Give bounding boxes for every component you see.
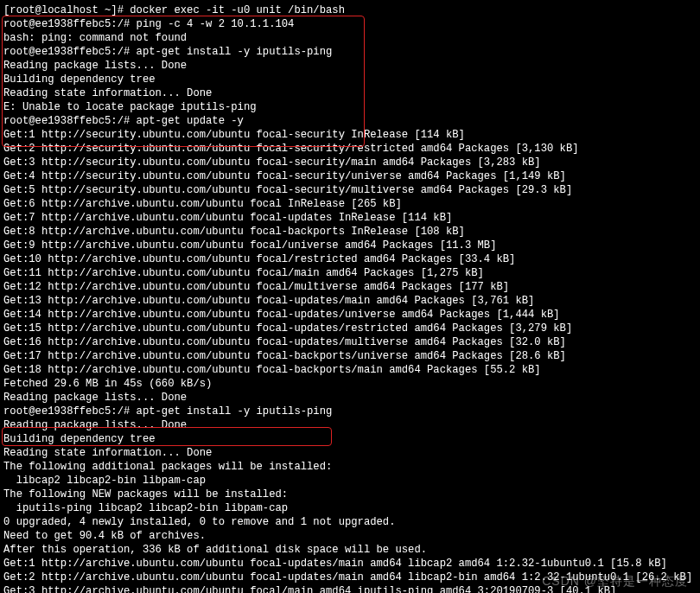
terminal-line: Get:6 http://archive.ubuntu.com/ubuntu f… xyxy=(3,197,697,211)
terminal-line: Need to get 90.4 kB of archives. xyxy=(3,529,697,543)
terminal-line: Reading state information... Done xyxy=(3,446,697,460)
terminal-line: Get:7 http://archive.ubuntu.com/ubuntu f… xyxy=(3,211,697,225)
terminal-line: Get:12 http://archive.ubuntu.com/ubuntu … xyxy=(3,280,697,294)
terminal-line: root@ee1938ffebc5:/# ping -c 4 -w 2 10.1… xyxy=(3,17,697,31)
terminal-line: Get:10 http://archive.ubuntu.com/ubuntu … xyxy=(3,252,697,266)
terminal-line: root@ee1938ffebc5:/# apt-get install -y … xyxy=(3,405,697,418)
terminal-line: Reading state information... Done xyxy=(3,86,697,100)
terminal-line: 0 upgraded, 4 newly installed, 0 to remo… xyxy=(3,515,697,529)
terminal-line: Fetched 29.6 MB in 45s (660 kB/s) xyxy=(3,377,697,391)
terminal-line: Get:13 http://archive.ubuntu.com/ubuntu … xyxy=(3,294,697,308)
terminal-line: Reading package lists... Done xyxy=(3,418,697,432)
terminal-line: Get:9 http://archive.ubuntu.com/ubuntu f… xyxy=(3,239,697,252)
terminal-output[interactable]: [root@localhost ~]# docker exec -it -u0 … xyxy=(3,3,697,593)
terminal-line: iputils-ping libcap2 libcap2-bin libpam-… xyxy=(3,501,697,515)
terminal-line: Get:3 http://security.ubuntu.com/ubuntu … xyxy=(3,156,697,169)
terminal-line: Get:16 http://archive.ubuntu.com/ubuntu … xyxy=(3,335,697,349)
terminal-line: root@ee1938ffebc5:/# apt-get update -y xyxy=(3,114,697,128)
terminal-line: Get:14 http://archive.ubuntu.com/ubuntu … xyxy=(3,308,697,322)
terminal-line: Get:15 http://archive.ubuntu.com/ubuntu … xyxy=(3,322,697,335)
terminal-line: Building dependency tree xyxy=(3,73,697,86)
terminal-line: After this operation, 336 kB of addition… xyxy=(3,543,697,557)
terminal-line: [root@localhost ~]# docker exec -it -u0 … xyxy=(3,3,697,17)
watermark: CSDN @坚持是一种态度 xyxy=(542,574,688,588)
terminal-line: Get:17 http://archive.ubuntu.com/ubuntu … xyxy=(3,349,697,363)
terminal-line: Get:1 http://archive.ubuntu.com/ubuntu f… xyxy=(3,557,697,571)
terminal-line: Reading package lists... Done xyxy=(3,59,697,73)
terminal-line: libcap2 libcap2-bin libpam-cap xyxy=(3,474,697,488)
terminal-line: Get:5 http://security.ubuntu.com/ubuntu … xyxy=(3,183,697,197)
terminal-line: Get:2 http://security.ubuntu.com/ubuntu … xyxy=(3,142,697,156)
terminal-line: The following additional packages will b… xyxy=(3,460,697,474)
terminal-line: Get:1 http://security.ubuntu.com/ubuntu … xyxy=(3,128,697,142)
terminal-line: Building dependency tree xyxy=(3,432,697,446)
terminal-line: Get:11 http://archive.ubuntu.com/ubuntu … xyxy=(3,266,697,280)
terminal-line: Get:18 http://archive.ubuntu.com/ubuntu … xyxy=(3,363,697,377)
terminal-line: root@ee1938ffebc5:/# apt-get install -y … xyxy=(3,45,697,59)
terminal-line: Reading package lists... Done xyxy=(3,391,697,405)
terminal-line: The following NEW packages will be insta… xyxy=(3,488,697,501)
terminal-line: E: Unable to locate package iputils-ping xyxy=(3,100,697,114)
terminal-line: bash: ping: command not found xyxy=(3,31,697,45)
terminal-line: Get:8 http://archive.ubuntu.com/ubuntu f… xyxy=(3,225,697,239)
terminal-line: Get:4 http://security.ubuntu.com/ubuntu … xyxy=(3,169,697,183)
